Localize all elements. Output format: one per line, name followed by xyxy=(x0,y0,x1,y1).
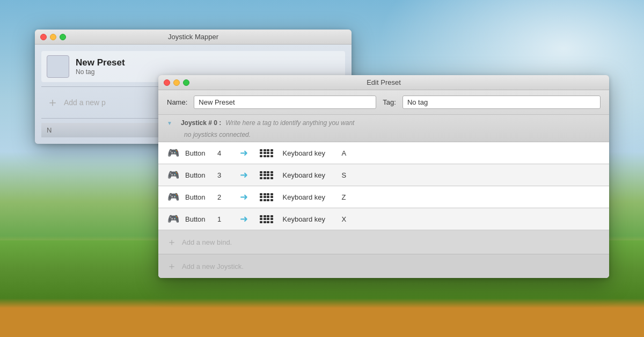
key-value: S xyxy=(342,171,347,179)
edit-preset-content: Name: Tag: ▼ Joystick # 0 : Write here a… xyxy=(158,90,609,278)
keyboard-label: Keyboard key xyxy=(283,171,336,179)
button-label: Button xyxy=(185,149,212,157)
joystick-section: ▼ Joystick # 0 : Write here a tag to ide… xyxy=(158,115,609,142)
preset-icon xyxy=(47,55,69,78)
edit-preset-window: Edit Preset Name: Tag: ▼ Joystick # 0 : … xyxy=(158,75,609,278)
gamepad-icon: 🎮 xyxy=(167,213,180,225)
edit-close-button[interactable] xyxy=(164,79,170,86)
key-value: X xyxy=(342,215,347,223)
keyboard-icon xyxy=(260,149,273,157)
button-label: Button xyxy=(185,215,212,223)
arrow-icon: ➜ xyxy=(240,169,248,181)
gamepad-icon: 🎮 xyxy=(167,191,180,203)
add-bind-row[interactable]: ＋ Add a new bind. xyxy=(158,230,609,254)
chevron-down-icon: ▼ xyxy=(167,120,172,126)
tag-input[interactable] xyxy=(402,96,601,109)
arrow-icon: ➜ xyxy=(240,147,248,159)
add-joystick-label: Add a new Joystick. xyxy=(182,262,244,270)
arrow-icon: ➜ xyxy=(240,191,248,203)
tag-label: Tag: xyxy=(383,98,396,106)
traffic-lights xyxy=(40,34,66,40)
joystick-hint: Write here a tag to identify anything yo… xyxy=(225,119,354,127)
button-number: 1 xyxy=(217,215,228,223)
table-row[interactable]: 🎮 Button 3 ➜ Keyboard keyS xyxy=(158,164,609,186)
gamepad-icon: 🎮 xyxy=(167,147,180,159)
edit-preset-title: Edit Preset xyxy=(367,78,401,86)
preset-tag: No tag xyxy=(76,68,125,76)
arrow-icon: ➜ xyxy=(240,213,248,225)
key-value: A xyxy=(342,149,347,157)
table-row[interactable]: 🎮 Button 4 ➜ Keyboard keyA xyxy=(158,142,609,164)
keyboard-icon xyxy=(260,193,273,201)
edit-minimize-button[interactable] xyxy=(173,79,180,86)
keyboard-label: Keyboard key xyxy=(283,149,336,157)
add-joystick-plus-icon: ＋ xyxy=(167,260,177,273)
add-bind-plus-icon: ＋ xyxy=(167,236,177,248)
joystick-number: Joystick # 0 : xyxy=(181,119,221,127)
button-label: Button xyxy=(185,171,212,179)
mapping-rows-container: 🎮 Button 4 ➜ Keyboard keyA 🎮 Button 3 ➜ … xyxy=(158,142,609,230)
button-number: 2 xyxy=(217,193,228,201)
name-input[interactable] xyxy=(194,96,376,109)
edit-traffic-lights xyxy=(164,79,189,86)
joystick-mapper-title: Joystick Mapper xyxy=(168,33,218,41)
table-row[interactable]: 🎮 Button 2 ➜ Keyboard keyZ xyxy=(158,186,609,208)
minimize-button[interactable] xyxy=(50,34,56,40)
name-label: Name: xyxy=(167,98,187,106)
add-bind-label: Add a new bind. xyxy=(182,238,232,246)
joystick-header: ▼ Joystick # 0 : Write here a tag to ide… xyxy=(158,115,609,131)
joystick-mapper-titlebar: Joystick Mapper xyxy=(35,30,352,45)
preset-name: New Preset xyxy=(76,57,125,68)
edit-preset-titlebar: Edit Preset xyxy=(158,75,609,90)
button-number: 3 xyxy=(217,171,228,179)
keyboard-icon xyxy=(260,171,273,179)
name-tag-row: Name: Tag: xyxy=(158,90,609,115)
keyboard-icon xyxy=(260,215,273,223)
add-plus-icon: ＋ xyxy=(47,97,58,108)
button-number: 4 xyxy=(217,149,228,157)
keyboard-label: Keyboard key xyxy=(283,193,336,201)
maximize-button[interactable] xyxy=(60,34,66,40)
table-row[interactable]: 🎮 Button 1 ➜ Keyboard keyX xyxy=(158,208,609,230)
keyboard-label: Keyboard key xyxy=(283,215,336,223)
add-joystick-row[interactable]: ＋ Add a new Joystick. xyxy=(158,254,609,278)
key-value: Z xyxy=(342,193,346,201)
close-button[interactable] xyxy=(40,34,47,40)
gamepad-icon: 🎮 xyxy=(167,169,180,181)
edit-maximize-button[interactable] xyxy=(183,79,189,86)
joystick-hint2: no joysticks connected. xyxy=(158,131,609,142)
add-new-label: Add a new p xyxy=(64,98,106,107)
button-label: Button xyxy=(185,193,212,201)
